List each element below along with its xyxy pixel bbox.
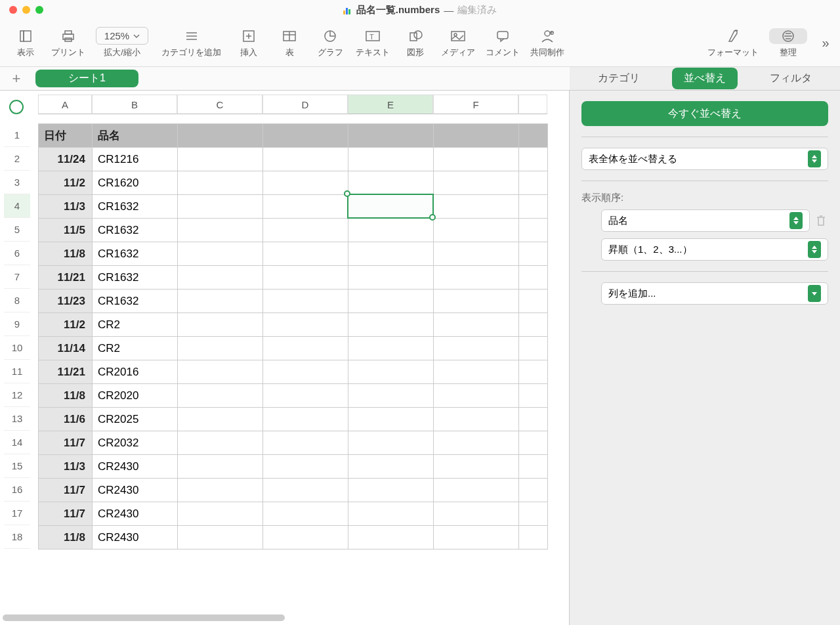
data-cell[interactable] — [263, 148, 348, 171]
data-cell[interactable]: 11/21 — [39, 266, 93, 290]
data-cell[interactable]: 11/23 — [39, 290, 93, 313]
column-header[interactable]: B — [92, 95, 177, 114]
data-cell[interactable] — [434, 195, 519, 219]
data-cell[interactable] — [348, 526, 434, 550]
data-cell[interactable] — [263, 266, 348, 290]
sort-direction-select[interactable]: 昇順（1、2、3...） — [601, 238, 828, 261]
row-header[interactable]: 13 — [4, 407, 30, 431]
row-header[interactable]: 10 — [4, 336, 30, 360]
data-cell[interactable] — [348, 219, 434, 242]
data-cell[interactable]: CR1632 — [93, 290, 178, 313]
data-cell[interactable]: 11/3 — [39, 455, 93, 479]
data-cell[interactable] — [434, 384, 519, 408]
sort-column-select[interactable]: 品名 — [601, 209, 810, 232]
row-header[interactable]: 15 — [4, 454, 30, 478]
row-header[interactable]: 9 — [4, 312, 30, 336]
data-cell[interactable] — [348, 431, 434, 455]
row-header[interactable]: 16 — [4, 478, 30, 502]
data-cell[interactable] — [263, 408, 348, 431]
collaborate-button[interactable]: +共同制作 — [526, 24, 568, 63]
data-cell[interactable] — [263, 242, 348, 266]
print-button[interactable]: プリント — [47, 24, 89, 63]
row-header[interactable]: 11 — [4, 360, 30, 383]
spreadsheet-area[interactable]: ABCDEF 123456789101112131415161718 日付品名1… — [0, 91, 570, 625]
comment-button[interactable]: コメント — [482, 24, 524, 63]
inspector-tab-category[interactable]: カテゴリ — [586, 68, 652, 89]
data-cell[interactable] — [348, 502, 434, 526]
data-cell[interactable] — [348, 313, 434, 337]
row-header[interactable]: 5 — [4, 218, 30, 242]
data-cell[interactable] — [178, 148, 263, 171]
data-cell[interactable] — [519, 219, 548, 242]
data-cell[interactable] — [434, 290, 519, 313]
data-cell[interactable] — [348, 266, 434, 290]
row-header[interactable]: 2 — [4, 147, 30, 171]
row-header[interactable]: 7 — [4, 265, 30, 289]
data-cell[interactable]: 11/8 — [39, 526, 93, 550]
data-cell[interactable]: 11/7 — [39, 431, 93, 455]
data-cell[interactable] — [178, 242, 263, 266]
header-cell[interactable] — [519, 124, 548, 148]
data-cell[interactable] — [178, 266, 263, 290]
data-cell[interactable]: 11/7 — [39, 502, 93, 526]
insert-button[interactable]: 挿入 — [230, 24, 268, 63]
data-cell[interactable] — [519, 148, 548, 171]
column-header[interactable]: E — [348, 95, 433, 114]
data-cell[interactable] — [519, 290, 548, 313]
data-cell[interactable] — [519, 526, 548, 550]
media-button[interactable]: メディア — [437, 24, 479, 63]
data-cell[interactable] — [434, 337, 519, 360]
format-button[interactable]: フォーマット — [704, 24, 763, 63]
data-cell[interactable]: 11/3 — [39, 195, 93, 219]
data-cell[interactable] — [519, 337, 548, 360]
data-cell[interactable] — [263, 526, 348, 550]
data-cell[interactable]: CR2025 — [93, 408, 178, 431]
column-header[interactable]: C — [177, 95, 262, 114]
data-cell[interactable] — [519, 384, 548, 408]
data-cell[interactable] — [178, 431, 263, 455]
row-header[interactable]: 14 — [4, 431, 30, 454]
data-cell[interactable] — [178, 455, 263, 479]
data-cell[interactable] — [519, 502, 548, 526]
sort-scope-select[interactable]: 表全体を並べ替える — [581, 148, 828, 170]
data-cell[interactable] — [519, 455, 548, 479]
horizontal-scrollbar[interactable] — [3, 614, 285, 621]
data-cell[interactable] — [348, 337, 434, 360]
view-button[interactable]: 表示 — [7, 24, 45, 63]
data-cell[interactable] — [434, 171, 519, 195]
data-cell[interactable] — [263, 431, 348, 455]
row-header[interactable]: 1 — [4, 123, 30, 147]
data-cell[interactable] — [178, 313, 263, 337]
data-cell[interactable] — [519, 171, 548, 195]
data-cell[interactable]: 11/8 — [39, 242, 93, 266]
header-cell[interactable] — [178, 124, 263, 148]
data-cell[interactable] — [519, 431, 548, 455]
column-header[interactable]: D — [262, 95, 348, 114]
data-cell[interactable]: 11/5 — [39, 219, 93, 242]
column-header[interactable] — [518, 95, 547, 114]
add-sort-column-select[interactable]: 列を追加... — [601, 282, 828, 305]
data-cell[interactable] — [434, 455, 519, 479]
row-header[interactable]: 12 — [4, 383, 30, 407]
table-button[interactable]: 表 — [270, 24, 308, 63]
shape-button[interactable]: 図形 — [396, 24, 434, 63]
data-cell[interactable]: 11/7 — [39, 479, 93, 502]
data-cell[interactable] — [348, 171, 434, 195]
data-cell[interactable] — [178, 337, 263, 360]
data-cell[interactable] — [348, 408, 434, 431]
data-cell[interactable] — [434, 408, 519, 431]
header-cell[interactable] — [263, 124, 348, 148]
data-cell[interactable] — [434, 242, 519, 266]
selection-handle-tl[interactable] — [344, 190, 350, 197]
zoom-button[interactable]: 125%拡大/縮小 — [92, 24, 152, 63]
row-headers[interactable]: 123456789101112131415161718 — [4, 123, 30, 549]
data-cell[interactable]: 11/6 — [39, 408, 93, 431]
data-cell[interactable]: CR2430 — [93, 526, 178, 550]
data-cell[interactable] — [519, 242, 548, 266]
data-cell[interactable]: CR2 — [93, 337, 178, 360]
data-cell[interactable]: CR2020 — [93, 384, 178, 408]
inspector-tab-filter[interactable]: フィルタ — [758, 68, 824, 89]
header-cell[interactable] — [434, 124, 519, 148]
header-cell[interactable]: 日付 — [39, 124, 93, 148]
data-cell[interactable] — [434, 313, 519, 337]
